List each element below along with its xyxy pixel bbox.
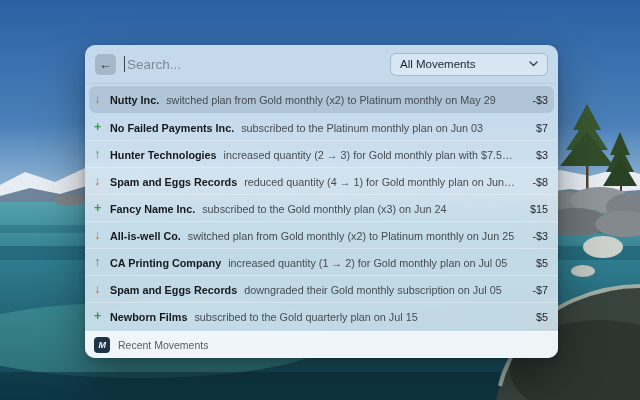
arrow-down-icon: ↓ [94,93,110,106]
movement-description: increased quantity (2 → 3) for Gold mont… [224,149,515,161]
movement-amount: $3 [524,149,548,161]
movement-row[interactable]: ↑ CA Printing Company increased quantity… [85,249,558,276]
company-name: Spam and Eggs Records [110,176,237,188]
company-name: No Failed Payments Inc. [110,122,234,134]
movement-row[interactable]: + No Failed Payments Inc. subscribed to … [85,114,558,141]
movement-amount: $7 [524,122,548,134]
chevron-down-icon [529,61,538,67]
movement-row[interactable]: ↓ Spam and Eggs Records reduced quantity… [85,168,558,195]
filter-dropdown[interactable]: All Movements [390,53,548,76]
plus-icon: + [94,310,110,323]
search-bar: ← All Movements [85,45,558,84]
movement-description: reduced quantity (4 → 1) for Gold monthl… [244,176,515,188]
plus-icon: + [94,202,110,215]
movement-amount: -$8 [524,176,548,188]
company-name: CA Printing Company [110,257,221,269]
movement-amount: $15 [524,203,548,215]
arrow-up-icon: ↑ [94,256,110,269]
company-name: All-is-well Co. [110,230,181,242]
plus-icon: + [94,121,110,134]
company-name: Newborn Films [110,311,187,323]
app-logo-icon: M [94,337,110,353]
footer-label: Recent Movements [118,339,208,351]
company-name: Fancy Name Inc. [110,203,195,215]
search-field-wrap [124,45,382,83]
movement-row[interactable]: ↓ Nutty Inc. switched plan from Gold mon… [89,86,554,113]
movement-description: subscribed to the Gold monthly plan (x3)… [202,203,515,215]
movement-amount: $5 [524,311,548,323]
movement-amount: $5 [524,257,548,269]
back-button[interactable]: ← [95,54,116,75]
movements-list: ↓ Nutty Inc. switched plan from Gold mon… [85,84,558,331]
movement-row[interactable]: + Newborn Films subscribed to the Gold q… [85,303,558,330]
movement-amount: -$7 [524,284,548,296]
company-name: Hunter Technologies [110,149,217,161]
arrow-down-icon: ↓ [94,283,110,296]
movement-description: switched plan from Gold monthly (x2) to … [188,230,515,242]
movement-description: subscribed to the Gold quarterly plan on… [194,311,515,323]
desktop: ← All Movements ↓ Nutty Inc. switched pl… [0,0,640,400]
movement-description: switched plan from Gold monthly (x2) to … [166,94,515,106]
company-name: Spam and Eggs Records [110,284,237,296]
window-footer: M Recent Movements [85,331,558,358]
movement-description: downgraded their Gold monthly subscripti… [244,284,515,296]
recent-movements-window: ← All Movements ↓ Nutty Inc. switched pl… [85,45,558,358]
movement-description: subscribed to the Platinum monthly plan … [241,122,515,134]
movement-description: increased quantity (1 → 2) for Gold mont… [228,257,515,269]
search-input[interactable] [124,57,382,72]
movement-amount: -$3 [524,94,548,106]
arrow-down-icon: ↓ [94,229,110,242]
arrow-up-icon: ↑ [94,148,110,161]
arrow-left-icon: ← [99,58,112,71]
movement-row[interactable]: ↓ All-is-well Co. switched plan from Gol… [85,222,558,249]
movement-row[interactable]: ↑ Hunter Technologies increased quantity… [85,141,558,168]
company-name: Nutty Inc. [110,94,159,106]
movement-row[interactable]: ↓ Spam and Eggs Records downgraded their… [85,276,558,303]
text-caret [124,56,125,72]
filter-dropdown-value: All Movements [400,58,475,70]
movement-row[interactable]: + Fancy Name Inc. subscribed to the Gold… [85,195,558,222]
arrow-down-icon: ↓ [94,175,110,188]
movement-amount: -$3 [524,230,548,242]
